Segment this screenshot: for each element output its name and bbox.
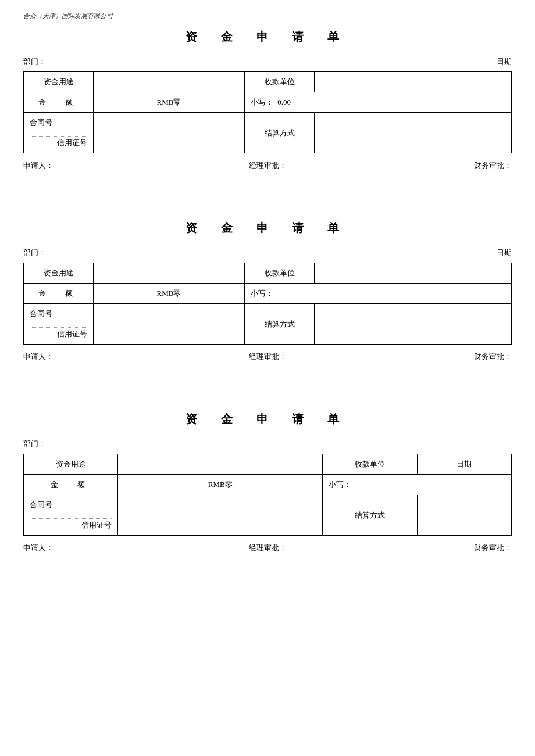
xinyong-label-3: 信用证号: [30, 518, 112, 531]
xinyong-label-2: 信用证号: [30, 327, 87, 339]
table-row: 合同号 信用证号 结算方式: [24, 113, 512, 153]
shoukuan-danwei-value-2: [315, 263, 512, 284]
jiesuan-value-3: [417, 495, 511, 536]
applicant-label-1: 申请人：: [23, 160, 186, 171]
table-row: 合同号 信用证号 结算方式: [24, 495, 512, 536]
xiaoxie-label-1: 小写：: [251, 98, 273, 106]
manager-label-3: 经理审批：: [186, 543, 349, 553]
form-footer-3: 申请人： 经理审批： 财务审批：: [23, 543, 512, 553]
finance-label-2: 财务审批：: [349, 352, 512, 362]
shoukuan-danwei-label-3: 收款单位: [323, 454, 417, 475]
date-label-1: 日期: [497, 56, 512, 67]
rmb-value-1: RMB零: [94, 92, 245, 113]
table-row: 资金用途 收款单位: [24, 263, 512, 284]
contract-value-2: [94, 304, 245, 345]
form-header-1: 部门： 日期: [23, 56, 512, 67]
form-title-3: 资 金 申 请 单: [23, 411, 512, 427]
department-label-2: 部门：: [23, 248, 46, 258]
finance-label-1: 财务审批：: [349, 160, 512, 171]
xiaoxie-label-2: 小写：: [251, 289, 273, 298]
form-table-1: 资金用途 收款单位 金 额 RMB零 小写： 0.00 合同号 信用证号 结算方…: [23, 71, 512, 153]
jiesuan-label-3: 结算方式: [323, 495, 417, 536]
date-label-2: 日期: [497, 248, 512, 258]
table-row: 金 额 RMB零 小写：: [24, 475, 512, 495]
xiaoxie-cell-2: 小写：: [245, 284, 512, 304]
company-name: 合众（天津）国际发展有限公司: [23, 12, 512, 20]
zijin-yongtu-value-1: [94, 72, 245, 92]
jine-label-3: 金 额: [24, 475, 118, 495]
form-footer-2: 申请人： 经理审批： 财务审批：: [23, 352, 512, 362]
contract-cell-3: 合同号 信用证号: [24, 495, 118, 536]
form-table-2: 资金用途 收款单位 金 额 RMB零 小写： 合同号 信用证号 结算方式: [23, 263, 512, 345]
manager-label-2: 经理审批：: [186, 352, 349, 362]
applicant-label-3: 申请人：: [23, 543, 186, 553]
xiaoxie-label-3: 小写：: [329, 480, 351, 489]
rmb-value-3: RMB零: [118, 475, 323, 495]
jine-label-1: 金 额: [24, 92, 94, 113]
shoukuan-danwei-label-2: 收款单位: [245, 263, 315, 284]
form-title-2: 资 金 申 请 单: [23, 220, 512, 236]
form-title-1: 资 金 申 请 单: [23, 29, 512, 45]
table-row: 合同号 信用证号 结算方式: [24, 304, 512, 345]
form-table-3: 资金用途 收款单位 日期 金 额 RMB零 小写： 合同号 信用证号 结算方式: [23, 454, 512, 536]
department-label-3: 部门：: [23, 439, 46, 449]
hetong-label-2: 合同号: [30, 309, 87, 319]
table-row: 资金用途 收款单位 日期: [24, 454, 512, 475]
form-footer-1: 申请人： 经理审批： 财务审批：: [23, 160, 512, 171]
jiesuan-value-1: [315, 113, 512, 153]
zijin-yongtu-label-1: 资金用途: [24, 72, 94, 92]
zijin-yongtu-value-2: [94, 263, 245, 284]
contract-value-1: [94, 113, 245, 153]
rmb-value-2: RMB零: [94, 284, 245, 304]
form-section-1: 资 金 申 请 单 部门： 日期 资金用途 收款单位 金 额 RMB零 小写： …: [23, 29, 512, 171]
jine-label-2: 金 额: [24, 284, 94, 304]
xinyong-label-1: 信用证号: [30, 136, 87, 148]
manager-label-1: 经理审批：: [186, 160, 349, 171]
form-section-2: 资 金 申 请 单 部门： 日期 资金用途 收款单位 金 额 RMB零 小写： …: [23, 220, 512, 362]
form-section-3: 资 金 申 请 单 部门： 资金用途 收款单位 日期 金 额 RMB零 小写： …: [23, 411, 512, 553]
table-row: 金 额 RMB零 小写：: [24, 284, 512, 304]
zijin-yongtu-value-3: [118, 454, 323, 475]
zijin-yongtu-label-2: 资金用途: [24, 263, 94, 284]
hetong-label-3: 合同号: [30, 500, 112, 510]
xiaoxie-cell-3: 小写：: [323, 475, 512, 495]
form-header-2: 部门： 日期: [23, 248, 512, 258]
hetong-label-1: 合同号: [30, 117, 87, 128]
contract-cell-1: 合同号 信用证号: [24, 113, 94, 153]
jiesuan-label-2: 结算方式: [245, 304, 315, 345]
zijin-yongtu-label-3: 资金用途: [24, 454, 118, 475]
applicant-label-2: 申请人：: [23, 352, 186, 362]
contract-cell-2: 合同号 信用证号: [24, 304, 94, 345]
jiesuan-label-1: 结算方式: [245, 113, 315, 153]
department-label-1: 部门：: [23, 56, 46, 67]
contract-value-3: [118, 495, 323, 536]
xiaoxie-cell-1: 小写： 0.00: [245, 92, 512, 113]
shoukuan-danwei-label-1: 收款单位: [245, 72, 315, 92]
form-header-3: 部门：: [23, 439, 512, 449]
finance-label-3: 财务审批：: [349, 543, 512, 553]
table-row: 资金用途 收款单位: [24, 72, 512, 92]
xiaoxie-value-1: 0.00: [277, 98, 291, 106]
date-label-3: 日期: [417, 454, 511, 475]
shoukuan-danwei-value-1: [315, 72, 512, 92]
jiesuan-value-2: [315, 304, 512, 345]
table-row: 金 额 RMB零 小写： 0.00: [24, 92, 512, 113]
